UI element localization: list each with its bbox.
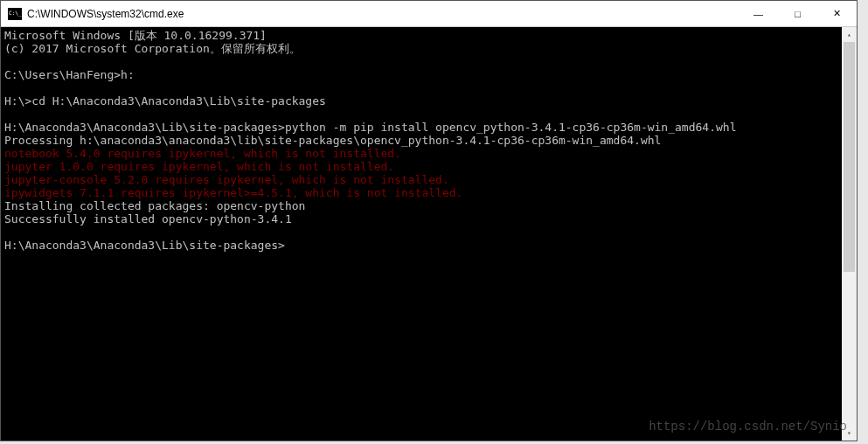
terminal-line: H:\Anaconda3\Anaconda3\Lib\site-packages…: [4, 239, 838, 252]
maximize-button[interactable]: □: [778, 1, 817, 26]
terminal-line: [4, 81, 838, 94]
terminal-line: (c) 2017 Microsoft Corporation。保留所有权利。: [4, 42, 838, 55]
terminal-line: [4, 108, 838, 121]
scroll-up-button[interactable]: ▴: [842, 27, 857, 42]
scrollbar[interactable]: ▴ ▾: [842, 27, 857, 441]
terminal-line: jupyter 1.0.0 requires ipykernel, which …: [4, 160, 838, 173]
scroll-down-button[interactable]: ▾: [842, 426, 857, 441]
terminal-line: Installing collected packages: opencv-py…: [4, 199, 838, 212]
close-button[interactable]: ✕: [817, 1, 857, 26]
terminal-line: [4, 225, 838, 239]
scroll-track[interactable]: [842, 42, 857, 426]
terminal-line: H:\Anaconda3\Anaconda3\Lib\site-packages…: [4, 121, 838, 134]
terminal-line: notebook 5.4.0 requires ipykernel, which…: [4, 147, 838, 160]
minimize-button[interactable]: —: [739, 1, 778, 26]
scroll-thumb[interactable]: [844, 42, 855, 272]
terminal-line: [4, 55, 838, 68]
window-title: C:\WINDOWS\system32\cmd.exe: [27, 8, 739, 20]
terminal-line: jupyter-console 5.2.0 requires ipykernel…: [4, 173, 838, 186]
terminal-wrapper: Microsoft Windows [版本 10.0.16299.371](c)…: [1, 27, 857, 441]
cmd-icon: [8, 8, 22, 20]
titlebar[interactable]: C:\WINDOWS\system32\cmd.exe — □ ✕: [1, 1, 857, 27]
terminal-line: ipywidgets 7.1.1 requires ipykernel>=4.5…: [4, 186, 838, 199]
terminal-line: Processing h:\anaconda3\anaconda3\lib\si…: [4, 134, 838, 147]
terminal-output[interactable]: Microsoft Windows [版本 10.0.16299.371](c)…: [1, 27, 842, 441]
terminal-line: Microsoft Windows [版本 10.0.16299.371]: [4, 29, 838, 42]
terminal-line: C:\Users\HanFeng>h:: [4, 68, 838, 81]
terminal-line: H:\>cd H:\Anaconda3\Anaconda3\Lib\site-p…: [4, 94, 838, 108]
cmd-window: C:\WINDOWS\system32\cmd.exe — □ ✕ Micros…: [0, 0, 858, 441]
window-controls: — □ ✕: [739, 1, 857, 26]
terminal-line: Successfully installed opencv-python-3.4…: [4, 212, 838, 225]
